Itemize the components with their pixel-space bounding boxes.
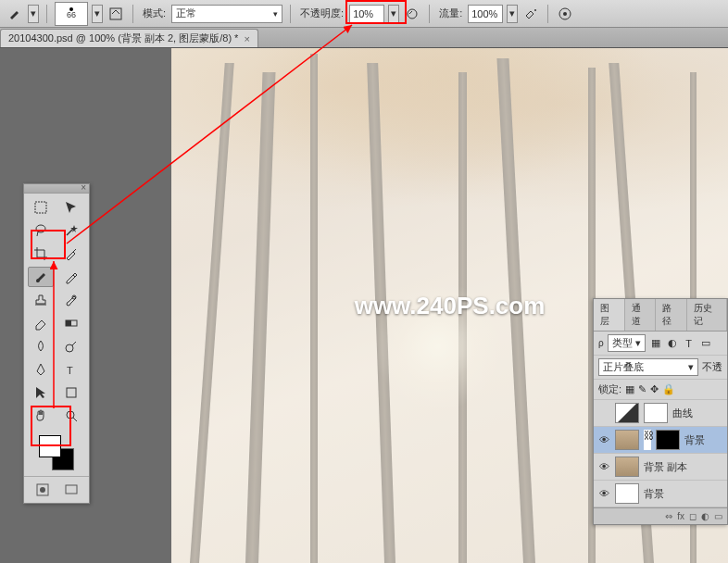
crop-tool[interactable] [28, 244, 54, 264]
workspace: www.240PS.com T [0, 48, 728, 563]
blend-mode-layer-select[interactable]: 正片叠底▾ [598, 358, 698, 376]
svg-point-4 [563, 12, 567, 16]
group-icon[interactable]: ▭ [714, 511, 722, 521]
layer-item[interactable]: 👁 背景 副本 [594, 454, 727, 481]
visibility-icon[interactable]: 👁 [597, 488, 610, 499]
marquee-tool[interactable] [28, 197, 54, 218]
flow-label: 流量: [439, 6, 462, 20]
tab-paths[interactable]: 路径 [656, 299, 687, 331]
foreground-color-swatch[interactable] [39, 435, 61, 457]
document-tab[interactable]: 20104300.psd @ 100% (背景 副本 2, 图层蒙版/8) * … [0, 29, 258, 47]
layer-item[interactable]: 曲线 [594, 400, 727, 427]
svg-point-15 [40, 487, 45, 493]
color-swatches[interactable] [39, 435, 74, 470]
blur-tool[interactable] [28, 336, 54, 357]
lock-position-icon[interactable]: ✥ [650, 383, 659, 395]
adj-add-icon[interactable]: ◐ [701, 511, 709, 521]
type-tool[interactable]: T [58, 359, 84, 380]
link-layers-icon[interactable]: ⇔ [665, 511, 672, 521]
dodge-tool[interactable] [58, 336, 84, 357]
opacity-input[interactable]: 10% [349, 5, 384, 23]
filter-adj-icon[interactable]: ◐ [666, 337, 679, 350]
pressure-opacity-icon[interactable] [403, 5, 421, 23]
brush-preset-dropdown[interactable]: ▾ [92, 5, 103, 23]
eraser-tool[interactable] [28, 313, 54, 333]
history-brush-tool[interactable] [58, 290, 84, 310]
opacity-label: 不透明度: [300, 6, 344, 20]
svg-point-6 [36, 225, 45, 232]
layer-thumb [615, 430, 639, 450]
brush-tool[interactable] [28, 267, 54, 287]
lock-brush-icon[interactable]: ✎ [638, 383, 646, 395]
pencil-tool[interactable] [58, 267, 84, 287]
filter-pixel-icon[interactable]: ▦ [649, 337, 662, 350]
document-tab-bar: 20104300.psd @ 100% (背景 副本 2, 图层蒙版/8) * … [0, 28, 728, 48]
layer-thumb [615, 483, 639, 504]
svg-text:T: T [67, 365, 73, 376]
blend-mode-select[interactable]: 正常 ▾ [171, 5, 282, 23]
brush-size-value: 66 [67, 11, 76, 19]
tab-channels[interactable]: 通道 [625, 299, 657, 331]
airbrush-icon[interactable] [521, 5, 540, 23]
filter-type-icon[interactable]: T [683, 337, 696, 350]
flow-input[interactable]: 100% [468, 5, 503, 23]
svg-rect-5 [35, 202, 46, 213]
svg-point-1 [408, 9, 417, 19]
lasso-tool[interactable] [28, 220, 54, 241]
link-icon: ⛓ [644, 430, 651, 450]
flow-dropdown[interactable]: ▾ [507, 5, 518, 23]
layer-name: 背景 [644, 487, 664, 501]
mask-add-icon[interactable]: ◻ [689, 511, 697, 521]
filter-shape-icon[interactable]: ▭ [699, 337, 712, 350]
svg-rect-9 [66, 320, 71, 326]
adj-thumb [615, 403, 639, 423]
stamp-tool[interactable] [28, 290, 54, 310]
layer-name: 背景 [684, 433, 705, 447]
pressure-size-icon[interactable] [556, 5, 574, 23]
blend-mode-value: 正常 [176, 6, 196, 20]
close-icon[interactable]: × [244, 33, 249, 44]
opacity-dropdown[interactable]: ▾ [388, 5, 399, 23]
brush-preview[interactable]: 66 [55, 2, 88, 26]
pen-tool[interactable] [28, 359, 54, 380]
shape-tool[interactable] [58, 382, 84, 403]
tool-preset-dropdown[interactable]: ▾ [28, 5, 39, 23]
panel-tabs: 图层 通道 路径 历史记 [594, 299, 727, 332]
mask-thumb [656, 430, 680, 450]
lock-label: 锁定: [598, 382, 621, 396]
path-select-tool[interactable] [28, 382, 54, 403]
mask-thumb [644, 403, 668, 423]
tab-layers[interactable]: 图层 [594, 299, 625, 331]
svg-point-13 [67, 411, 74, 419]
svg-point-10 [66, 344, 73, 352]
lock-all-icon[interactable]: 🔒 [662, 383, 675, 395]
zoom-tool[interactable] [58, 406, 84, 426]
eyedropper-tool[interactable] [58, 244, 84, 264]
layer-opacity-label: 不透 [702, 360, 722, 374]
svg-point-2 [534, 9, 536, 11]
svg-rect-16 [66, 485, 77, 494]
tool-preset-icon[interactable] [6, 5, 24, 23]
tools-panel: T [23, 183, 90, 504]
visibility-icon[interactable]: 👁 [597, 434, 610, 445]
brush-panel-icon[interactable] [107, 5, 125, 23]
layer-name: 曲线 [672, 407, 693, 420]
hand-tool[interactable] [28, 406, 54, 426]
move-tool[interactable] [58, 197, 84, 218]
layer-item[interactable]: 👁 ⛓ 背景 [594, 427, 727, 454]
screenmode-icon[interactable] [62, 481, 81, 499]
layers-footer: ⇔ fx ◻ ◐ ▭ [594, 507, 727, 524]
magic-wand-tool[interactable] [58, 220, 84, 241]
quickmask-icon[interactable] [33, 481, 52, 499]
fx-icon[interactable]: fx [677, 511, 684, 521]
gradient-tool[interactable] [58, 313, 84, 333]
tab-history[interactable]: 历史记 [687, 299, 727, 331]
layer-thumb [615, 457, 639, 477]
layer-name: 背景 副本 [644, 460, 687, 474]
watermark-text: www.240PS.com [355, 292, 546, 320]
visibility-icon[interactable]: 👁 [597, 461, 610, 472]
layer-item[interactable]: 👁 背景 [594, 481, 727, 507]
lock-pixels-icon[interactable]: ▦ [625, 383, 634, 395]
layer-filter-select[interactable]: 类型▾ [608, 334, 646, 352]
panel-header[interactable] [24, 184, 89, 194]
